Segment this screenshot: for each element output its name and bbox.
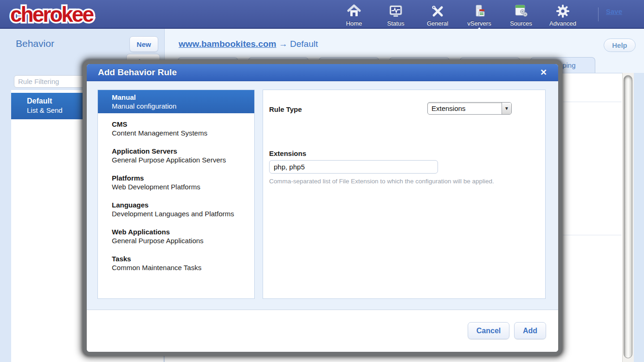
category-subtitle: Common Maintenance Tasks [112, 263, 254, 272]
category-subtitle: Manual configuration [112, 102, 254, 110]
nav-label: Advanced [549, 20, 576, 27]
nav-item-general[interactable]: General [422, 3, 453, 27]
category-title: Platforms [112, 174, 254, 182]
rule-form-panel: Rule Type Extensions ▼ Extensions Comma-… [263, 90, 546, 299]
category-item-platforms[interactable]: Platforms Web Development Platforms [98, 171, 254, 194]
rule-category-list: Manual Manual configuration CMS Content … [97, 90, 255, 299]
breadcrumb-vserver-link[interactable]: www.bambookites.com [179, 39, 276, 49]
category-title: Languages [112, 200, 254, 209]
add-behavior-rule-dialog: Add Behavior Rule ✕ Manual Manual config… [83, 60, 562, 356]
extensions-input[interactable] [269, 160, 438, 174]
nav-separator [598, 7, 599, 21]
cherokee-logo-text: cherokee [10, 2, 94, 26]
extensions-help-text: Comma-separated list of File Extension t… [269, 178, 494, 185]
category-subtitle: General Purpose Applications [112, 236, 254, 245]
extensions-label: Extensions [269, 149, 306, 157]
category-title: Manual [112, 93, 254, 102]
nav-label: General [427, 20, 448, 27]
nav-item-status[interactable]: Status [380, 3, 411, 27]
nav-item-vservers[interactable]: vServers [464, 3, 495, 27]
content-divider [563, 235, 621, 235]
nav-item-home[interactable]: Home [339, 3, 369, 27]
dialog-title: Add Behavior Rule [98, 67, 177, 78]
category-item-cms[interactable]: CMS Content Management Systems [98, 117, 254, 140]
right-margin-strip [634, 73, 644, 362]
breadcrumb-arrow: → [279, 39, 288, 49]
category-subtitle: General Purpose Application Servers [112, 155, 254, 164]
close-icon[interactable]: ✕ [540, 67, 547, 78]
dialog-footer: Cancel Add [87, 310, 558, 352]
nav-label: Status [387, 20, 405, 27]
gear-icon [555, 3, 570, 19]
rule-type-selected-value: Extensions [431, 104, 502, 112]
save-link[interactable]: Save [606, 7, 622, 15]
home-icon [347, 3, 361, 19]
nav-item-sources[interactable]: Sources [506, 3, 536, 27]
vservers-icon [472, 3, 487, 19]
nav-label: Sources [510, 20, 532, 27]
category-item-manual[interactable]: Manual Manual configuration [98, 90, 254, 113]
content-divider [563, 102, 621, 102]
cherokee-admin-window: cherokee Home [0, 0, 644, 362]
category-title: Tasks [112, 254, 254, 263]
rule-type-select[interactable]: Extensions ▼ [427, 102, 512, 115]
category-title: Web Applications [112, 227, 254, 236]
content-scrollbar-track[interactable] [622, 73, 634, 362]
category-item-languages[interactable]: Languages Development Languages and Plat… [98, 198, 254, 221]
category-item-web-applications[interactable]: Web Applications General Purpose Applica… [98, 225, 254, 248]
content-scrollbar-thumb[interactable] [624, 75, 632, 358]
breadcrumb: www.bambookites.com → Default [179, 39, 318, 49]
category-subtitle: Development Languages and Platforms [112, 209, 254, 218]
category-title: Application Servers [112, 147, 254, 155]
nav-label: Home [346, 20, 362, 27]
rule-type-label: Rule Type [269, 105, 302, 113]
category-subtitle: Content Management Systems [112, 129, 254, 137]
new-rule-button[interactable]: New [129, 36, 158, 52]
category-title: CMS [112, 120, 254, 129]
help-button[interactable]: Help [604, 39, 636, 52]
nav-items: Home Status [339, 3, 578, 27]
sources-icon [514, 3, 528, 19]
status-icon [388, 3, 403, 19]
top-navigation-bar: cherokee Home [0, 0, 644, 29]
add-button[interactable]: Add [514, 322, 546, 339]
cancel-button[interactable]: Cancel [468, 322, 509, 339]
tools-icon [430, 3, 445, 19]
dialog-body: Manual Manual configuration CMS Content … [87, 82, 558, 310]
cherokee-logo: cherokee [8, 1, 134, 30]
breadcrumb-current: Default [290, 39, 318, 49]
category-subtitle: Web Development Platforms [112, 182, 254, 191]
category-item-application-servers[interactable]: Application Servers General Purpose Appl… [98, 144, 254, 167]
chevron-down-icon: ▼ [502, 103, 511, 114]
nav-label: vServers [467, 20, 491, 27]
nav-item-advanced[interactable]: Advanced [547, 3, 578, 27]
dialog-header: Add Behavior Rule ✕ [87, 64, 558, 81]
category-item-tasks[interactable]: Tasks Common Maintenance Tasks [98, 252, 254, 275]
sidebar-title: Behavior [16, 38, 54, 49]
